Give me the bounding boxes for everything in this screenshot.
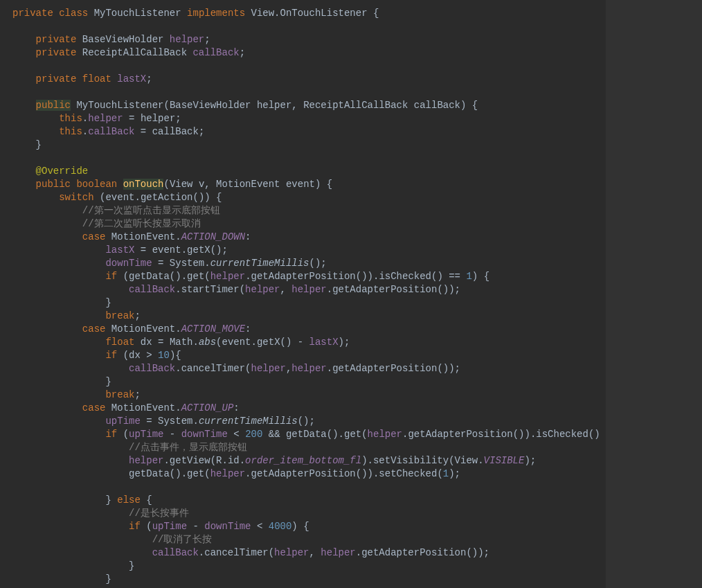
method: isChecked (536, 429, 588, 440)
field: upTime (129, 429, 163, 440)
field: helper (245, 284, 280, 295)
keyword: float (82, 73, 111, 84)
field: downTime (204, 521, 251, 532)
keyword: break (105, 310, 134, 321)
field: callBack (88, 126, 134, 137)
field: lastX (105, 244, 134, 256)
method: startTimer (181, 284, 240, 295)
method: getAdapterPosition (361, 547, 466, 558)
number: 1 (443, 468, 449, 479)
keyword: else (117, 495, 141, 506)
type: ReceiptAllCallBack (82, 47, 187, 58)
local-var: dx (129, 350, 141, 361)
type: MotionEvent (216, 179, 280, 190)
method: getAdapterPosition (251, 271, 356, 282)
keyword: switch (59, 192, 93, 203)
keyword: private (36, 34, 77, 45)
keyword: if (105, 350, 117, 361)
field: helper (368, 429, 402, 440)
field: callBack (192, 47, 239, 58)
type: BaseViewHolder (82, 34, 164, 45)
param: callBack (152, 126, 199, 137)
type: System (170, 258, 204, 269)
field: helper (210, 468, 245, 479)
static-method: abs (199, 337, 216, 348)
local-var: dx (141, 337, 152, 348)
field: lastX (117, 73, 146, 84)
param: helper (257, 100, 291, 111)
keyword: class (59, 8, 88, 19)
comment: //点击事件，显示底部按钮 (129, 442, 247, 453)
method: get (187, 468, 204, 479)
annotation: @Override (36, 166, 89, 177)
keyword: if (105, 271, 117, 282)
number: 200 (245, 429, 262, 440)
field: downTime (105, 258, 152, 269)
static-method: currentTimeMillis (199, 416, 298, 427)
param: event (152, 244, 181, 256)
type: MotionEvent (111, 323, 175, 335)
keyword: this (59, 113, 82, 124)
keyword-highlight: public (36, 100, 71, 111)
field: helper (321, 547, 355, 558)
method: getData (129, 468, 170, 479)
type: OnTouchListener (280, 8, 368, 19)
method: setChecked (379, 468, 437, 479)
method: getAdapterPosition (408, 429, 512, 440)
keyword: public (36, 179, 71, 190)
type: System (158, 416, 192, 427)
type: View (251, 8, 275, 19)
keyword: case (82, 402, 106, 413)
field: helper (274, 547, 309, 558)
method: getAdapterPosition (251, 468, 356, 479)
method: getAdapterPosition (332, 284, 437, 295)
keyword: if (129, 521, 141, 532)
type: id (228, 455, 240, 466)
resource-id: order_item_bottom_fl (245, 455, 361, 466)
static-method: currentTimeMillis (210, 258, 309, 269)
keyword: case (82, 323, 106, 335)
type: MotionEvent (111, 402, 175, 413)
param: callBack (414, 100, 460, 111)
field: upTime (105, 416, 140, 427)
field: downTime (181, 429, 228, 440)
comment: //是长按事件 (129, 508, 189, 519)
type: MotionEvent (111, 231, 175, 242)
type: R (216, 455, 222, 466)
comment: //第二次监听长按显示取消 (82, 218, 201, 229)
keyword: if (105, 429, 117, 440)
method-name-highlight: onTouch (123, 179, 164, 190)
comment: //第一次监听点击显示底部按钮 (82, 205, 220, 216)
method: get (187, 271, 204, 282)
code-editor[interactable]: private class MyTouchListener implements… (0, 0, 618, 588)
number: 1 (466, 271, 471, 282)
method: getData (129, 271, 170, 282)
field: helper (88, 113, 123, 124)
param: event (286, 179, 315, 190)
field: helper (291, 363, 326, 374)
constant: ACTION_DOWN (181, 231, 245, 242)
method: getX (187, 244, 210, 256)
type: View (170, 179, 193, 190)
field: helper (291, 284, 326, 295)
number: 4000 (269, 521, 292, 532)
method: getView (170, 455, 210, 466)
comment: //取消了长按 (152, 534, 213, 545)
right-margin (606, 0, 702, 588)
constant: VISIBLE (484, 455, 525, 466)
keyword: private (12, 8, 53, 19)
param: event (105, 192, 134, 203)
method: isChecked (379, 271, 431, 282)
method: getAdapterPosition (332, 363, 437, 374)
field: callBack (129, 284, 175, 295)
field: helper (129, 455, 163, 466)
number: 10 (158, 350, 170, 361)
keyword: this (59, 126, 82, 137)
type: MyTouchListener (94, 8, 181, 19)
keyword: private (36, 47, 77, 58)
keyword: case (82, 231, 106, 242)
constructor-name: MyTouchListener (76, 100, 163, 111)
type: Math (170, 337, 193, 348)
param: v (199, 179, 204, 190)
field: helper (170, 34, 204, 45)
